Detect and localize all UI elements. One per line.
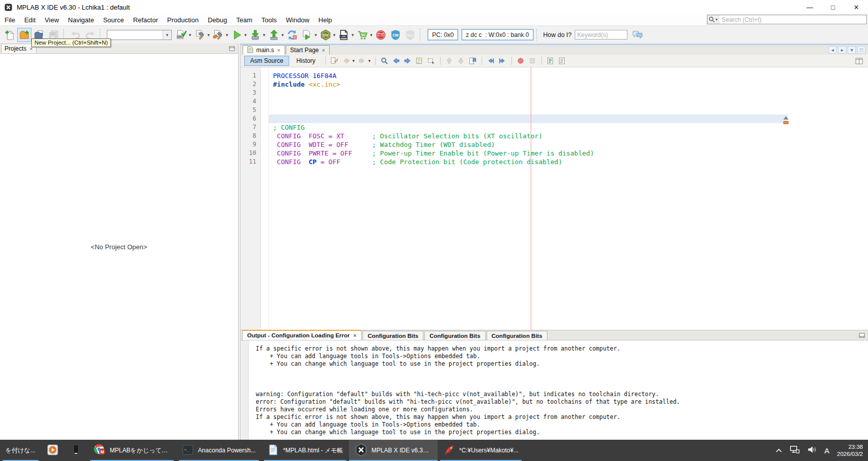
output-console[interactable]: If a specific error is not shown above, … [241, 340, 868, 440]
back-icon[interactable] [341, 56, 351, 66]
menu-source[interactable]: Source [99, 16, 129, 24]
taskbar-clock[interactable]: 23:38 2026/03/2 [837, 443, 863, 457]
menu-edit[interactable]: Edit [20, 16, 40, 24]
taskbar-item-3[interactable]: MMPLABをかじってみ... [88, 440, 176, 461]
code-line-5[interactable] [273, 106, 868, 114]
log-button[interactable]: LOG [337, 28, 351, 42]
taskbar-item-0[interactable]: を付けな... [0, 440, 41, 461]
dropdown-arrow-icon[interactable]: ▾ [208, 32, 210, 37]
menu-team[interactable]: Team [231, 16, 257, 24]
combobox-dropdown-icon[interactable]: ▾ [163, 30, 171, 40]
code-line-8[interactable]: CONFIG FOSC = XT ; Oscillator Selection … [273, 132, 868, 140]
close-button[interactable]: ✕ [845, 0, 868, 14]
code-text[interactable]: PROCESSOR 16F84A#include <xc.inc> ; CONF… [269, 67, 868, 330]
make-and-program-device-button[interactable] [267, 28, 281, 42]
tab-list-icon[interactable]: ▾ [848, 46, 856, 54]
menu-tools[interactable]: Tools [257, 16, 281, 24]
last-edit-icon[interactable] [329, 56, 340, 66]
menu-refactor[interactable]: Refactor [129, 16, 163, 24]
next-bookmark-icon[interactable] [456, 56, 466, 66]
code-line-1[interactable]: PROCESSOR 16F84A [273, 71, 868, 80]
volume-icon[interactable] [807, 445, 817, 456]
output-tab-3[interactable]: Configuration Bits [487, 331, 547, 340]
mplab-cloud-button[interactable]: CM [388, 28, 403, 42]
editor-tab-main-s[interactable]: main.s× [243, 45, 285, 55]
code-area[interactable]: 1234567891011 PROCESSOR 16F84A#include <… [241, 67, 868, 330]
code-line-3[interactable] [273, 89, 868, 97]
taskbar-item-6[interactable]: MPLAB X IDE v6.30 ... [349, 440, 438, 461]
data-visualizer-button[interactable]: DV [319, 28, 333, 42]
minimize-panel-button[interactable] [859, 332, 868, 340]
configuration-combobox[interactable]: ▾ [107, 30, 172, 40]
uncomment-icon[interactable] [557, 56, 568, 66]
shift-right-icon[interactable] [497, 56, 508, 66]
search-dropdown-icon[interactable]: ▾ [716, 17, 718, 22]
dropdown-arrow-icon[interactable]: ▾ [263, 32, 265, 37]
refresh-debug-tool-button[interactable] [285, 28, 299, 42]
chat-icon[interactable] [632, 30, 643, 40]
code-line-11[interactable]: CONFIG CP = OFF ; Code Protection bit (C… [273, 158, 868, 166]
clean-and-build-project-button[interactable] [211, 28, 225, 42]
menu-view[interactable]: View [40, 16, 63, 24]
rectangular-selection-icon[interactable] [426, 56, 437, 66]
code-line-4[interactable] [273, 97, 868, 106]
run-project-button[interactable] [230, 28, 244, 42]
search-icon[interactable]: ▾ [707, 15, 719, 24]
build-for-debugging-button[interactable] [300, 28, 314, 42]
menu-navigate[interactable]: Navigate [63, 16, 98, 24]
previous-bookmark-icon[interactable] [444, 56, 455, 66]
code-line-9[interactable]: CONFIG WDTE = OFF ; Watchdog Timer (WDT … [273, 140, 868, 149]
dropdown-arrow-icon[interactable]: ▾ [333, 32, 336, 37]
dropdown-arrow-icon[interactable]: ▾ [226, 32, 228, 37]
scroll-up-icon[interactable] [783, 116, 788, 120]
output-tab-2[interactable]: Configuration Bits [424, 331, 485, 340]
dropdown-arrow-icon[interactable]: ▾ [189, 32, 191, 37]
code-line-10[interactable]: CONFIG PWRTE = OFF ; Power-up Timer Enab… [273, 149, 868, 158]
microchip-store-button[interactable] [356, 28, 370, 42]
taskbar-item-7[interactable]: *C:¥Users¥Makoto¥... [438, 440, 524, 461]
editor-tab-start-page[interactable]: Start Page× [286, 45, 330, 55]
network-icon[interactable] [790, 445, 800, 456]
dropdown-arrow-icon[interactable]: ▾ [370, 32, 373, 37]
pc-register-box[interactable]: PC: 0x0 [427, 29, 458, 41]
split-editor-button[interactable] [854, 56, 864, 66]
close-icon[interactable]: × [277, 48, 280, 53]
code-line-2[interactable]: #include <xc.inc> [273, 80, 868, 89]
taskbar-item-2[interactable] [64, 440, 88, 461]
keyword-input[interactable] [575, 30, 627, 40]
float-window-button[interactable] [229, 46, 235, 52]
tray-chevron-icon[interactable] [775, 446, 782, 455]
record-macro-icon[interactable] [516, 56, 526, 66]
toggle-highlight-icon[interactable] [414, 56, 425, 66]
dropdown-arrow-icon[interactable]: ▾ [314, 32, 317, 37]
maximize-button[interactable]: □ [821, 0, 845, 14]
stop-macro-icon[interactable] [527, 56, 538, 66]
new-file-button[interactable] [3, 28, 17, 42]
dropdown-arrow-icon[interactable]: ▾ [245, 32, 247, 37]
comment-icon[interactable] [545, 56, 556, 66]
dropdown-arrow-icon[interactable]: ▾ [351, 32, 354, 37]
menu-debug[interactable]: Debug [203, 16, 231, 24]
close-icon[interactable]: × [353, 333, 357, 338]
dropdown-arrow-icon[interactable]: ▾ [352, 58, 355, 63]
search-input[interactable] [719, 16, 866, 23]
minimize-button[interactable]: — [798, 0, 821, 14]
status-register-box[interactable]: z dc c : W:0x0 : bank 0 [461, 29, 534, 41]
dropdown-arrow-icon[interactable]: ▾ [282, 32, 284, 37]
find-previous-icon[interactable] [391, 56, 402, 66]
build-project-button[interactable]: 3 [193, 28, 207, 42]
toggle-bookmark-icon[interactable] [467, 56, 478, 66]
taskbar-item-5[interactable]: *MPLAB.html - メモ帳 [261, 440, 349, 461]
set-project-configuration-button[interactable]: SRC [174, 28, 188, 42]
mplab-discover-button[interactable]: MPLABDISCOVER [374, 28, 388, 42]
find-next-icon[interactable] [403, 56, 413, 66]
ime-indicator[interactable]: A [824, 446, 830, 455]
menu-file[interactable]: File [0, 16, 20, 24]
forward-icon[interactable] [357, 56, 367, 66]
find-selection-icon[interactable] [379, 56, 390, 66]
mcc-button[interactable]: MCC [403, 28, 417, 42]
menu-help[interactable]: Help [314, 16, 337, 24]
new-project-button[interactable] [17, 28, 31, 42]
taskbar-item-1[interactable] [41, 440, 64, 461]
shift-left-icon[interactable] [486, 56, 496, 66]
